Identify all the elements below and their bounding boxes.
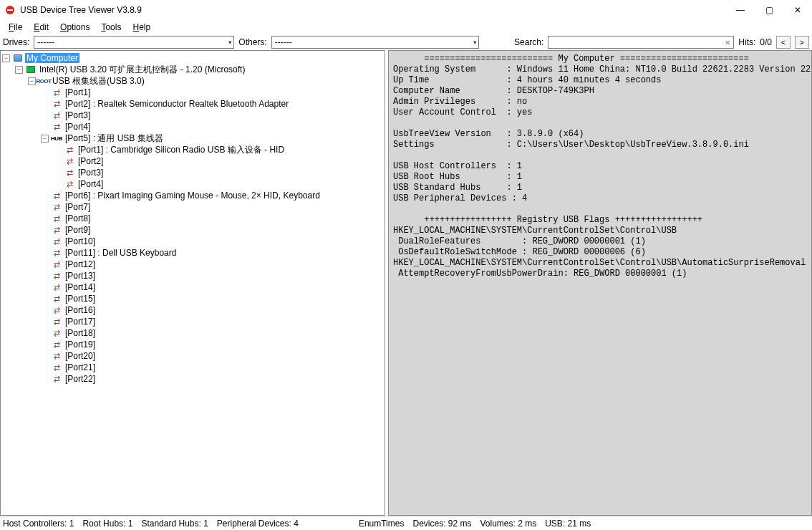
tree-port-label: [Port20] [64,351,97,361]
next-hit-button[interactable]: > [795,36,809,49]
tree-controller-label: Intel(R) USB 3.20 可扩展主机控制器 - 1.20 (Micro… [38,64,246,76]
usb-port-icon: ⇄ [64,168,75,178]
collapse-icon[interactable]: − [2,54,10,62]
search-input[interactable]: ✕ [548,36,734,49]
tree-port-label: [Port19] [64,339,97,350]
tree-controller[interactable]: − Intel(R) USB 3.20 可扩展主机控制器 - 1.20 (Mic… [15,64,383,75]
hits-value: 0/0 [760,37,772,47]
tree-port[interactable]: ⇄[Port2] : Realtek Semiconductor Realtek… [41,98,383,110]
tree-port[interactable]: ⇄[Port1] [41,87,383,98]
menu-help[interactable]: Help [127,21,156,34]
computer-icon [12,53,24,63]
chevron-down-icon: ▾ [473,39,477,46]
tree-port-label: [Port10] [64,236,97,246]
tree-port[interactable]: ⇄[Port18] [41,327,383,339]
tree-root-hub[interactable]: − ROOT USB 根集线器(USB 3.0) [28,75,383,87]
usb-device-icon: ⇄ [51,248,62,258]
tree-port[interactable]: ⇄[Port15] [41,293,383,304]
tree-port-label: [Port4] [64,122,92,132]
tree-port[interactable]: ⇄[Port11] : Dell USB Keyboard [41,247,383,259]
tree-port[interactable]: ⇄[Port4] [54,178,383,190]
hits-label: Hits: [738,37,755,47]
tree-root[interactable]: − My Computer [2,52,383,64]
usb-port-icon: ⇄ [51,328,62,338]
prev-hit-button[interactable]: < [776,36,791,49]
usb-port-icon: ⇄ [51,110,62,120]
collapse-icon[interactable]: − [15,66,23,74]
maximize-button[interactable]: ▢ [755,0,783,20]
tree-port[interactable]: ⇄[Port17] [41,316,383,327]
usb-port-icon: ⇄ [51,225,62,235]
tree-port-label: [Port12] [64,259,97,269]
tree-port-label: [Port6] : Pixart Imaging Gaming Mouse - … [64,191,322,201]
controller-icon [25,64,37,74]
search-label: Search: [514,37,543,47]
tree-port[interactable]: ⇄[Port8] [41,213,383,224]
tree-hub5[interactable]: − HUB [Port5] : 通用 USB 集线器 [41,132,383,144]
usb-port-icon: ⇄ [51,362,62,372]
status-devices: Devices: 92 ms [412,519,471,529]
tree-port-label: [Port3] [77,168,105,178]
menu-options[interactable]: Options [54,21,95,34]
menu-edit[interactable]: Edit [28,21,54,34]
tree-port[interactable]: ⇄[Port1] : Cambridge Silicon Radio USB 输… [54,144,383,155]
usb-port-icon: ⇄ [51,236,62,246]
info-pane[interactable]: ========================= My Computer ==… [388,50,812,516]
usb-port-icon: ⇄ [51,305,62,315]
tree-port[interactable]: ⇄[Port16] [41,304,383,316]
tree-port[interactable]: ⇄[Port14] [41,281,383,293]
status-bar: Host Controllers: 1 Root Hubs: 1 Standar… [0,516,812,530]
usb-port-icon: ⇄ [51,317,62,327]
collapse-icon[interactable]: − [41,135,49,143]
tree-port-label: [Port15] [64,294,97,304]
tree-port[interactable]: ⇄[Port2] [54,155,383,167]
clear-icon[interactable]: ✕ [725,39,730,47]
menu-file[interactable]: File [3,21,28,34]
tree-port[interactable]: ⇄[Port3] [41,110,383,121]
tree-port-label: [Port17] [64,317,97,327]
usb-port-icon: ⇄ [51,282,62,292]
others-value: ------ [275,37,292,47]
window-controls: — ▢ ✕ [726,0,812,20]
tree-port-label: [Port3] [64,110,92,120]
tree-port[interactable]: ⇄[Port21] [41,362,383,373]
tree-port[interactable]: ⇄[Port7] [41,201,383,213]
tree-port[interactable]: ⇄[Port6] : Pixart Imaging Gaming Mouse -… [41,190,383,201]
tree-port[interactable]: ⇄[Port12] [41,259,383,270]
usb-port-icon: ⇄ [51,87,62,97]
status-peripheral-devices: Peripheral Devices: 4 [217,519,299,529]
others-combo[interactable]: ------ ▾ [271,36,479,49]
tree-port[interactable]: ⇄[Port20] [41,350,383,362]
tree-port[interactable]: ⇄[Port22] [41,373,383,385]
status-standard-hubs: Standard Hubs: 1 [141,519,208,529]
tree-port[interactable]: ⇄[Port3] [54,167,383,178]
hub-icon: HUB [51,133,62,143]
tree-port-label: [Port21] [64,362,97,372]
tree-pane[interactable]: − My Computer − Intel(R) USB 3.20 可扩展主机控… [0,50,385,516]
chevron-down-icon: ▾ [228,39,232,46]
drives-combo[interactable]: ------ ▾ [34,36,234,49]
window-title: USB Device Tree Viewer V3.8.9 [20,5,726,15]
status-usb: USB: 21 ms [545,519,591,529]
menu-tools[interactable]: Tools [95,21,127,34]
app-icon [4,4,16,16]
root-hub-icon: ROOT [38,76,49,86]
tree-hub5-label: [Port5] : 通用 USB 集线器 [64,132,165,145]
tree-port[interactable]: ⇄[Port10] [41,236,383,247]
tree-port[interactable]: ⇄[Port19] [41,339,383,350]
tree-port[interactable]: ⇄[Port9] [41,224,383,236]
others-label: Others: [238,37,266,47]
tree-port-label: [Port14] [64,282,97,292]
tree-port[interactable]: ⇄[Port13] [41,270,383,281]
usb-port-icon: ⇄ [64,179,75,189]
usb-port-icon: ⇄ [51,213,62,223]
tree-port-label: [Port1] [64,87,92,97]
minimize-button[interactable]: — [726,0,755,20]
tree-port[interactable]: ⇄[Port4] [41,121,383,132]
collapse-icon[interactable]: − [28,77,36,85]
tree-port-label: [Port1] : Cambridge Silicon Radio USB 输入… [77,144,286,156]
tree-root-hub-label: USB 根集线器(USB 3.0) [51,75,146,87]
close-button[interactable]: ✕ [783,0,812,20]
tree-port-label: [Port8] [64,213,92,223]
usb-port-icon: ⇄ [51,339,62,350]
